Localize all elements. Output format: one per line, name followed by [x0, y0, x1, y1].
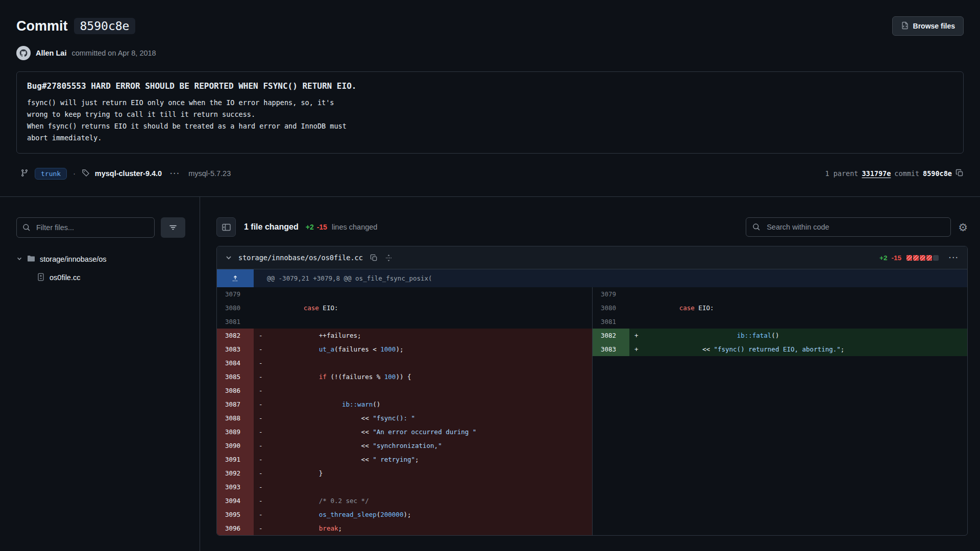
author-name[interactable]: Allen Lai [36, 49, 66, 57]
file-header-right: +2 -15 ··· [879, 254, 959, 262]
diff-toolbar: 1 file changed +2 -15 lines changed ⚙ [216, 217, 968, 237]
search-within-code-input[interactable] [746, 217, 951, 237]
lines-changed-label: lines changed [332, 223, 378, 231]
collapse-sidebar-button[interactable] [216, 217, 236, 237]
diff-line: 3079 [217, 287, 592, 301]
dot-separator: · [73, 169, 76, 178]
more-tags-button[interactable]: ··· [168, 169, 182, 178]
branch-name-pill[interactable]: trunk [35, 168, 67, 180]
browse-files-label: Browse files [913, 22, 955, 30]
diff-line: 3082+ ib::fatal() [593, 329, 967, 342]
diff-line: 3081 [217, 315, 592, 329]
diff-marker [629, 301, 645, 315]
code-line: } [269, 466, 592, 480]
diff-line: 3087- ib::warn() [217, 397, 592, 411]
line-number[interactable]: 3082 [217, 329, 254, 342]
diffstat-block-del [913, 255, 919, 261]
tree-file-row[interactable]: os0file.cc [16, 268, 185, 287]
line-number[interactable]: 3089 [217, 425, 254, 439]
toolbar-deletions: -15 [317, 223, 327, 231]
page-title: Commit [16, 18, 68, 34]
copy-path-icon[interactable] [370, 254, 378, 262]
commit-full-hash: 8590c8e [923, 169, 952, 178]
diffstat-block-del [906, 255, 912, 261]
diff-line: 3083+ << "fsync() returned EIO, aborting… [593, 342, 967, 356]
diff-marker: + [629, 342, 645, 356]
line-number[interactable]: 3079 [593, 287, 629, 301]
line-number[interactable]: 3080 [217, 301, 254, 315]
diff-line: 3094- /* 0.2 sec */ [217, 494, 592, 508]
git-branch-icon [20, 169, 29, 179]
line-number[interactable]: 3091 [217, 453, 254, 466]
filter-files-input[interactable] [16, 217, 155, 238]
diff-line: 3080 case EIO: [217, 301, 592, 315]
filter-options-button[interactable] [161, 217, 185, 238]
code-line [645, 287, 967, 301]
line-number[interactable]: 3095 [217, 508, 254, 521]
line-number[interactable]: 3083 [593, 342, 629, 356]
file-code-icon [901, 21, 909, 31]
code-line [269, 356, 592, 370]
parent-hash-link[interactable]: 331797e [862, 169, 891, 178]
diff-split-view: 30793080 case EIO:30813082- ++failures;3… [217, 287, 967, 535]
code-line [269, 287, 592, 301]
line-number[interactable]: 3087 [217, 397, 254, 411]
line-number[interactable]: 3094 [217, 494, 254, 508]
line-number[interactable]: 3082 [593, 329, 629, 342]
diff-marker: + [629, 329, 645, 342]
primary-tag-label[interactable]: mysql-cluster-9.4.0 [95, 169, 162, 178]
line-number[interactable]: 3093 [217, 480, 254, 494]
secondary-tag-label[interactable]: mysql-5.7.23 [188, 169, 231, 178]
diff-line: 3096- break; [217, 521, 592, 535]
code-line: case EIO: [269, 301, 592, 315]
line-number[interactable]: 3080 [593, 301, 629, 315]
code-line: ut_a(failures < 1000); [269, 342, 592, 356]
diff-file-path[interactable]: storage/innobase/os/os0file.cc [238, 254, 363, 262]
tree-folder-row[interactable]: storage/innobase/os [16, 250, 185, 268]
panel-collapse-icon [222, 223, 231, 231]
line-number[interactable]: 3081 [217, 315, 254, 329]
chevron-down-icon[interactable] [225, 254, 232, 261]
line-number[interactable]: 3084 [217, 356, 254, 370]
line-number[interactable]: 3085 [217, 370, 254, 384]
hunk-header-text: @@ -3079,21 +3079,8 @@ os_file_fsync_pos… [254, 269, 432, 287]
search-icon [752, 223, 761, 231]
diff-line: 3080 case EIO: [593, 301, 967, 315]
line-number[interactable]: 3096 [217, 521, 254, 535]
diff-line: 3079 [593, 287, 967, 301]
gear-icon[interactable]: ⚙ [958, 222, 968, 233]
line-number[interactable]: 3088 [217, 411, 254, 425]
file-tree-sidebar: storage/innobase/os os0file.cc [0, 197, 200, 551]
kebab-menu-icon[interactable]: ··· [949, 254, 959, 262]
diff-line: 3090- << "synchronization," [217, 439, 592, 453]
diff-marker: - [254, 439, 269, 453]
line-number[interactable]: 3081 [593, 315, 629, 329]
diff-marker: - [254, 356, 269, 370]
author-row: Allen Lai committed on Apr 8, 2018 [16, 46, 964, 60]
line-number[interactable]: 3092 [217, 466, 254, 480]
avatar[interactable] [16, 46, 31, 60]
copy-commit-hash-icon[interactable] [955, 169, 964, 179]
title-row: Commit 8590c8e Browse files [16, 14, 964, 38]
diff-line: 3082- ++failures; [217, 329, 592, 342]
diff-marker [254, 315, 269, 329]
diff-file-card: storage/innobase/os/os0file.cc +2 -15 [216, 246, 968, 536]
diff-marker: - [254, 329, 269, 342]
diffstat-blocks [906, 255, 939, 261]
diffstat-block-del [920, 255, 925, 261]
diffstat-block-del [926, 255, 932, 261]
diff-line: 3093- [217, 480, 592, 494]
line-number[interactable]: 3086 [217, 384, 254, 397]
expand-up-icon[interactable] [217, 269, 254, 287]
line-number[interactable]: 3090 [217, 439, 254, 453]
line-number[interactable]: 3079 [217, 287, 254, 301]
file-diff-icon [37, 273, 45, 283]
expand-diff-icon[interactable] [385, 254, 393, 262]
line-number[interactable]: 3083 [217, 342, 254, 356]
chevron-down-icon [16, 255, 22, 263]
browse-files-button[interactable]: Browse files [892, 16, 964, 36]
code-line: case EIO: [645, 301, 967, 315]
diff-line: 3091- << " retrying"; [217, 453, 592, 466]
code-line: << "fsync() returned EIO, aborting."; [645, 342, 967, 356]
diff-pane-new: 30793080 case EIO:30813082+ ib::fatal()3… [592, 287, 967, 535]
